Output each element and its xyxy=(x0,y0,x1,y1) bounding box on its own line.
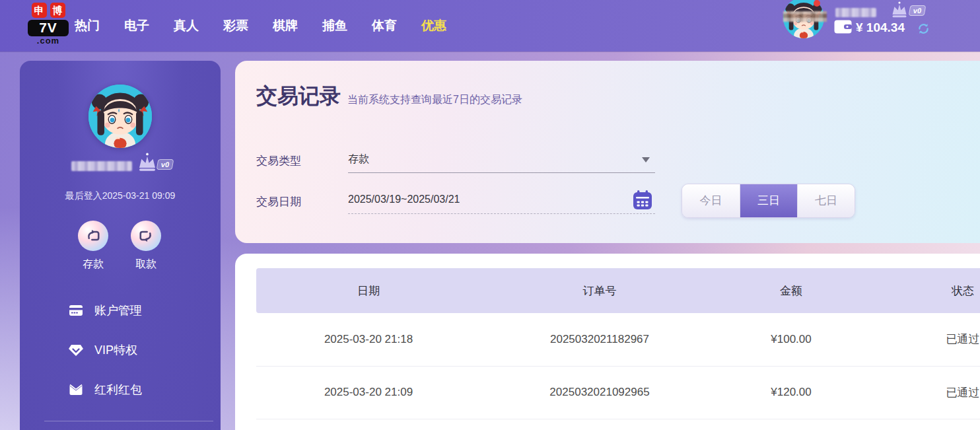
nav-item-promotions[interactable]: 优惠 xyxy=(421,17,446,34)
logo-main: 7V xyxy=(28,20,69,36)
transaction-table: 日期 订单号 金额 状态 2025-03-20 21:18 2025032021… xyxy=(256,268,980,419)
sidebar-item-account[interactable]: 账户管理 xyxy=(68,297,207,324)
balance-amount: ¥ 104.34 xyxy=(856,20,905,35)
transaction-type-value: 存款 xyxy=(348,153,369,166)
header-order-no: 订单号 xyxy=(481,268,718,313)
nav-item-fishing[interactable]: 捕鱼 xyxy=(322,17,347,34)
sidebar-item-label: 红利红包 xyxy=(94,382,142,398)
calendar-icon[interactable] xyxy=(633,190,652,211)
nav-item-hot[interactable]: 热门 xyxy=(75,17,100,34)
header-status: 状态 xyxy=(864,268,980,313)
site-logo[interactable]: 申 博 7V .com xyxy=(28,3,69,46)
page-title-row: 交易记录 当前系统支持查询最近7日的交易记录 xyxy=(256,82,522,111)
transaction-date-input[interactable]: 2025/03/19~2025/03/21 xyxy=(348,186,655,214)
deposit-icon[interactable] xyxy=(78,221,108,251)
transaction-date-label: 交易日期 xyxy=(256,194,301,209)
vip-crown-icon xyxy=(888,1,911,19)
sidebar-divider xyxy=(44,421,213,421)
withdraw-icon[interactable] xyxy=(131,221,161,251)
deposit-label: 存款 xyxy=(78,258,108,271)
sidebar-avatar[interactable] xyxy=(88,85,152,148)
logo-badge-left: 申 xyxy=(32,3,47,18)
table-row: 2025-03-20 21:18 2025032021182967 ¥100.0… xyxy=(256,313,980,366)
nav-menu: 热门 电子 真人 彩票 棋牌 捕鱼 体育 优惠 xyxy=(75,0,446,52)
nav-item-slots[interactable]: 电子 xyxy=(124,17,149,34)
page-title: 交易记录 xyxy=(256,82,341,111)
header-amount: 金额 xyxy=(718,268,864,313)
cell-status: 已通过 xyxy=(864,366,980,419)
transaction-type-label: 交易类型 xyxy=(256,153,301,168)
sidebar-menu: 账户管理 VIP特权 红利红包 xyxy=(68,297,207,416)
logo-badges: 申 博 xyxy=(28,3,69,18)
username-blurred xyxy=(835,8,876,17)
range-button-today[interactable]: 今日 xyxy=(682,184,740,217)
last-login-text: 最后登入2025-03-21 09:09 xyxy=(20,190,221,202)
header-date: 日期 xyxy=(256,268,481,313)
cell-date: 2025-03-20 21:09 xyxy=(256,366,481,419)
table-row: 2025-03-20 21:09 2025032021092965 ¥120.0… xyxy=(256,366,980,419)
transaction-type-select[interactable]: 存款 xyxy=(348,145,655,173)
date-range-button-group: 今日 三日 七日 xyxy=(682,184,855,218)
bank-card-icon xyxy=(68,303,84,318)
sidebar-item-bonus[interactable]: 红利红包 xyxy=(68,376,207,403)
transaction-date-value: 2025/03/19~2025/03/21 xyxy=(348,194,460,205)
sidebar-item-label: 账户管理 xyxy=(94,303,142,318)
avatar-blur-overlay xyxy=(783,11,827,22)
chevron-down-icon[interactable] xyxy=(642,157,650,162)
deposit-quick-action[interactable]: 存款 xyxy=(78,221,108,271)
transaction-table-panel: 日期 订单号 金额 状态 2025-03-20 21:18 2025032021… xyxy=(235,254,980,430)
nav-user-area: v0 ¥ 104.34 xyxy=(782,0,980,52)
red-packet-icon xyxy=(68,382,84,398)
sidebar-item-vip[interactable]: VIP特权 xyxy=(68,337,207,363)
nav-item-sports[interactable]: 体育 xyxy=(372,17,397,34)
transaction-filter-panel: 交易记录 当前系统支持查询最近7日的交易记录 交易类型 存款 交易日期 2025… xyxy=(235,61,980,243)
logo-suffix: .com xyxy=(28,36,69,46)
vip-level-badge: v0 xyxy=(909,5,927,16)
cell-amount: ¥120.00 xyxy=(718,366,864,419)
range-button-3days[interactable]: 三日 xyxy=(740,184,797,217)
page-subtitle: 当前系统支持查询最近7日的交易记录 xyxy=(347,93,522,107)
cell-order-no: 2025032021182967 xyxy=(481,313,718,366)
logo-badge-right: 博 xyxy=(50,3,65,18)
cell-amount: ¥100.00 xyxy=(718,313,864,366)
cell-status: 已通过 xyxy=(864,313,980,366)
withdraw-label: 取款 xyxy=(131,258,161,271)
gem-icon xyxy=(68,342,84,358)
sidebar-item-label: VIP特权 xyxy=(94,342,137,358)
sidebar-vip-level-badge: v0 xyxy=(157,159,174,170)
withdraw-quick-action[interactable]: 取款 xyxy=(131,221,161,271)
refresh-balance-icon[interactable] xyxy=(917,22,930,36)
wallet-icon xyxy=(834,20,852,34)
top-nav: 申 博 7V .com 热门 电子 真人 彩票 棋牌 捕鱼 体育 优惠 v0 ¥… xyxy=(0,0,980,52)
sidebar: v0 最后登入2025-03-21 09:09 存款 取款 账户管理 xyxy=(20,61,221,430)
sidebar-username-blurred xyxy=(71,161,132,171)
cell-order-no: 2025032021092965 xyxy=(481,366,718,419)
table-header-row: 日期 订单号 金额 状态 xyxy=(256,268,980,313)
nav-item-live[interactable]: 真人 xyxy=(174,17,199,34)
notification-dot xyxy=(814,0,820,7)
range-button-7days[interactable]: 七日 xyxy=(797,184,855,217)
cell-date: 2025-03-20 21:18 xyxy=(256,313,481,366)
nav-item-lottery[interactable]: 彩票 xyxy=(223,17,248,34)
nav-item-boardgames[interactable]: 棋牌 xyxy=(273,17,298,34)
